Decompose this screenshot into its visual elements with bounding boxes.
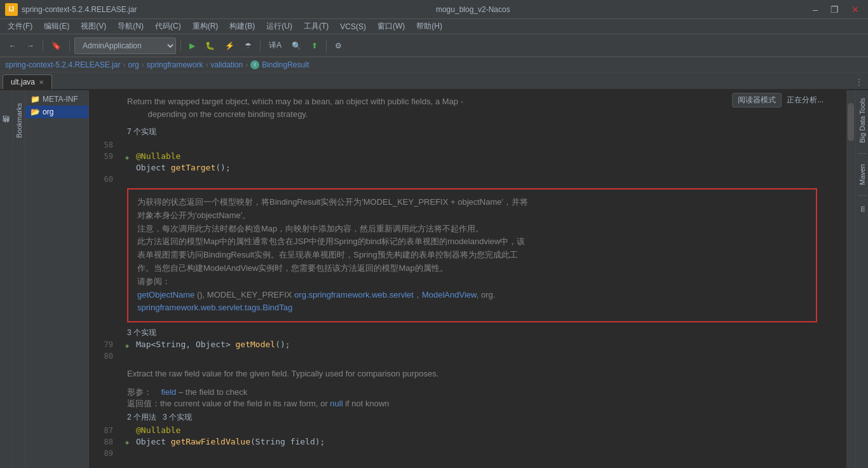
breadcrumb-org[interactable]: org	[128, 60, 139, 69]
breadcrumb-sep-2: ›	[142, 60, 144, 69]
run-button[interactable]: ▶	[186, 39, 199, 52]
line-content-59a: @Nullable	[133, 151, 855, 163]
separator-2	[69, 39, 70, 52]
menu-build[interactable]: 构建(B)	[224, 20, 260, 33]
app-logo: IJ	[5, 3, 18, 16]
param-doc: 形参： field – the field to check 返回值：the c…	[89, 385, 855, 411]
line-number-89: 89	[89, 448, 121, 460]
minimize-button[interactable]: –	[809, 3, 822, 16]
forward-button[interactable]: →	[23, 39, 38, 52]
code-line-79: 79 ◆ Map<String, Object> getModel();	[89, 340, 855, 351]
right-extra-label[interactable]: m	[857, 203, 867, 214]
line-number-59: 59	[89, 151, 121, 163]
line-content-88: Object getRawFieldValue(String field);	[133, 437, 855, 448]
breadcrumb-springframework[interactable]: springframework	[147, 60, 203, 69]
breadcrumb-sep-1: ›	[123, 60, 125, 69]
title-bar-controls: – ❐ ✕	[809, 3, 863, 16]
breadcrumb-validation[interactable]: validation	[210, 60, 243, 69]
breadcrumb-sep-3: ›	[205, 60, 208, 69]
doc-link-3[interactable]: ModelAndView	[422, 290, 477, 299]
separator-3	[180, 39, 181, 52]
code-line-59a: 59 ◆ @Nullable	[89, 151, 855, 163]
maven-label[interactable]: Maven	[857, 162, 867, 188]
line-number-87: 87	[89, 425, 121, 437]
tree-item-label: org	[43, 107, 53, 116]
close-button[interactable]: ✕	[848, 3, 863, 16]
run-config-select[interactable]: AdminApplication	[74, 38, 176, 54]
doc-comment-find-editor: Find a custom property editor for the gi…	[89, 460, 855, 468]
line-content-60	[133, 174, 855, 186]
doc-comment-text: Return the wrapped target object, which …	[127, 97, 463, 119]
tree-item-label: META-INF	[43, 95, 78, 104]
menu-window[interactable]: 窗口(W)	[372, 20, 410, 33]
right-sep-2	[858, 195, 867, 196]
gutter-79: ◆	[121, 340, 133, 351]
tab-bindingresult[interactable]: ult.java ✕	[3, 74, 52, 89]
structure-sidebar: 结构	[0, 90, 13, 468]
gutter-60	[121, 174, 133, 186]
breadcrumb: spring-context-5.2.4.RELEASE.jar › org ›…	[0, 57, 868, 72]
scroll-thumb	[848, 103, 854, 141]
back-button[interactable]: ←	[5, 39, 20, 52]
menu-file[interactable]: 文件(F)	[3, 20, 37, 33]
code-view[interactable]: 阅读器模式 正在分析... Return the wrapped target …	[89, 90, 855, 468]
usage-impl-count: 2 个用法 3 个实现	[89, 411, 855, 425]
line-content-59b: Object getTarget();	[133, 163, 855, 174]
doc-link-4[interactable]: springframework.web.servlet.tags.BindTag	[137, 303, 292, 312]
menu-refactor[interactable]: 重构(R)	[187, 20, 224, 33]
code-line-60: 60	[89, 174, 855, 186]
reader-mode-button[interactable]: 阅读器模式	[732, 93, 782, 107]
line-content-89	[133, 448, 855, 460]
settings-button[interactable]: ⚙	[331, 39, 346, 52]
method-gettarget: getTarget	[171, 163, 215, 172]
update-button[interactable]: ⬆	[308, 39, 322, 52]
menu-run[interactable]: 运行(U)	[261, 20, 297, 33]
bookmarks-label[interactable]: Bookmarks	[15, 103, 23, 138]
menu-edit[interactable]: 编辑(E)	[39, 20, 74, 33]
translate-button[interactable]: 译A	[265, 38, 285, 53]
line-number-80: 80	[89, 351, 121, 362]
scroll-indicator[interactable]	[846, 90, 855, 468]
code-line-89: 89	[89, 448, 855, 460]
menu-help[interactable]: 帮助(H)	[411, 20, 447, 33]
right-tools-panel: Big Data Tools Maven m !	[855, 90, 868, 468]
menu-view[interactable]: 视图(V)	[76, 20, 111, 33]
chinese-doc-box: 为获得的状态返回一个模型映射，将BindingResult实例公开为'MODEL…	[127, 188, 817, 322]
folder-icon: 📁	[31, 95, 40, 104]
breadcrumb-jar[interactable]: spring-context-5.2.4.RELEASE.jar	[5, 60, 120, 69]
bookmarks-sidebar: Bookmarks	[13, 90, 25, 468]
debug-button[interactable]: 🐛	[201, 39, 219, 52]
extract-doc-text: Extract the raw field value for the give…	[127, 369, 438, 378]
code-line-80: 80	[89, 351, 855, 362]
param-field-link[interactable]: field	[161, 387, 176, 397]
menu-vcs[interactable]: VCS(S)	[335, 21, 371, 32]
toolbar: ← → 🔖 AdminApplication ▶ 🐛 ⚡ ☂ 译A 🔍 ⬆ ⚙	[0, 34, 868, 57]
separator-5	[326, 39, 327, 52]
tab-label: ult.java	[11, 78, 35, 86]
menu-tools[interactable]: 工具(T)	[299, 20, 334, 33]
big-data-tools-label[interactable]: Big Data Tools	[857, 95, 867, 146]
gutter-59b	[121, 163, 133, 174]
tab-more-button[interactable]: ⋮	[853, 75, 865, 89]
maximize-button[interactable]: ❐	[827, 3, 843, 16]
menu-code[interactable]: 代码(C)	[150, 20, 186, 33]
tree-item-org[interactable]: 📂 org	[25, 106, 88, 118]
coverage-button[interactable]: ☂	[241, 39, 255, 52]
menu-navigate[interactable]: 导航(N)	[112, 20, 149, 33]
breadcrumb-bindingresult[interactable]: BindingResult	[262, 60, 309, 69]
line-number-60: 60	[89, 174, 121, 186]
doc-link-1[interactable]: getObjectName	[137, 290, 194, 299]
title-bar-left: IJ spring-context-5.2.4.RELEASE.jar	[5, 3, 137, 16]
profile-button[interactable]: ⚡	[221, 39, 238, 52]
tree-item-meta-inf[interactable]: 📁 META-INF	[25, 93, 88, 106]
menu-bar: 文件(F) 编辑(E) 视图(V) 导航(N) 代码(C) 重构(R) 构建(B…	[0, 19, 868, 34]
bookmark-button[interactable]: 🔖	[48, 39, 65, 52]
doc-link-2[interactable]: org.springframework.web.servlet	[294, 290, 414, 299]
search-button[interactable]: 🔍	[288, 39, 305, 52]
impl-count-3: 3 个实现	[89, 325, 855, 340]
type-object: Object	[136, 163, 171, 172]
tab-close-button[interactable]: ✕	[39, 79, 44, 86]
null-link: null	[330, 399, 342, 408]
right-sep	[858, 153, 867, 154]
line-number-58: 58	[89, 140, 121, 151]
